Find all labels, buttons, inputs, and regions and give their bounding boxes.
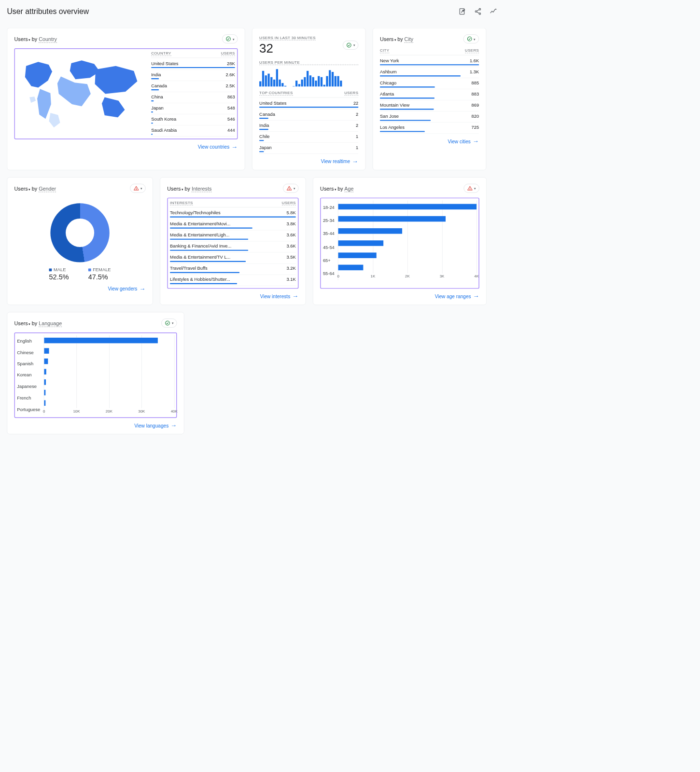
row-bar — [151, 134, 153, 135]
row-value: 883 — [472, 91, 479, 96]
card-city-title[interactable]: Users by City — [380, 36, 413, 42]
table-row[interactable]: Travel/Travel Buffs3.2K — [170, 263, 296, 275]
row-bar — [259, 151, 264, 152]
table-row[interactable]: Atlanta883 — [380, 89, 479, 100]
row-bar — [170, 228, 252, 229]
view-languages-link[interactable]: View languages→ — [14, 423, 177, 428]
card-language-title[interactable]: Users by Language — [14, 320, 62, 326]
world-map[interactable] — [17, 51, 146, 137]
card-age-title[interactable]: Users by Age — [320, 185, 353, 191]
quality-indicator[interactable]: ▾ — [161, 318, 177, 328]
table-row[interactable]: San Jose820 — [380, 111, 479, 123]
table-row[interactable]: China863 — [151, 92, 235, 103]
table-row[interactable]: Banking & Finance/Avid Inve...3.6K — [170, 241, 296, 252]
row-value: 1.6K — [470, 58, 479, 63]
table-row[interactable]: Media & Entertainment/Ligh...3.6K — [170, 230, 296, 241]
bar-label: Portuguese — [17, 407, 40, 412]
bar-label: Japanese — [17, 384, 40, 389]
quality-indicator[interactable]: ▾ — [130, 184, 145, 193]
card-interests-title[interactable]: Users by Interests — [167, 185, 211, 191]
arrow-right-icon: → — [232, 145, 238, 150]
view-genders-link[interactable]: View genders→ — [14, 286, 146, 292]
table-row[interactable]: Canada2.5K — [151, 81, 235, 92]
table-row[interactable]: Japan548 — [151, 103, 235, 114]
axis-tick: 0 — [337, 274, 339, 278]
bar-label: Chinese — [17, 350, 40, 355]
table-row[interactable]: Media & Entertainment/Movi...3.8K — [170, 219, 296, 230]
axis-tick: 0 — [43, 409, 45, 413]
row-bar — [380, 120, 431, 121]
row-bar — [380, 131, 425, 132]
view-ages-link[interactable]: View age ranges→ — [320, 293, 479, 299]
table-row[interactable]: United States22 — [259, 98, 358, 110]
table-row[interactable]: Los Angeles725 — [380, 123, 479, 134]
row-label: Los Angeles — [380, 124, 409, 130]
card-country-title[interactable]: Users by Country — [14, 36, 57, 42]
view-cities-link[interactable]: View cities→ — [380, 138, 479, 144]
row-label: Japan — [151, 105, 168, 110]
country-selected-area: COUNTRY USERS United States28KIndia2.6KC… — [14, 48, 238, 139]
table-row[interactable]: Canada2 — [259, 110, 358, 121]
row-bar — [259, 107, 358, 108]
col-users: USERS — [344, 91, 358, 96]
table-row[interactable]: South Korea546 — [151, 114, 235, 125]
col-top-countries: TOP COUNTRIES — [259, 91, 293, 96]
chevron-down-icon: ▾ — [233, 37, 235, 41]
card-realtime: USERS IN LAST 30 MINUTES 32 ▾ USERS PER … — [252, 28, 365, 170]
realtime-heading: USERS IN LAST 30 MINUTES 32 — [259, 34, 316, 55]
quality-indicator[interactable]: ▾ — [463, 34, 479, 43]
row-value: 2.5K — [225, 83, 235, 88]
table-row[interactable]: United States28K — [151, 59, 235, 70]
card-city: Users by City ▾ CITY USERS New York1.6KA… — [373, 28, 486, 170]
chart-bar — [44, 400, 45, 406]
row-bar — [380, 86, 435, 87]
card-gender-title[interactable]: Users by Gender — [14, 185, 56, 191]
row-value: 28K — [227, 61, 235, 66]
row-label: Travel/Travel Buffs — [170, 266, 211, 271]
svg-point-3 — [479, 13, 480, 14]
view-interests-link[interactable]: View interests→ — [167, 293, 298, 299]
view-realtime-link[interactable]: View realtime→ — [259, 159, 358, 165]
bar-label: Korean — [17, 372, 40, 378]
row-value: 1 — [356, 145, 358, 150]
table-row[interactable]: Ashburn1.3K — [380, 67, 479, 78]
svg-point-1 — [479, 8, 480, 10]
col-users: USERS — [221, 51, 235, 56]
table-row[interactable]: Lifestyles & Hobbies/Shutter...3.1K — [170, 275, 296, 286]
col-users: USERS — [465, 48, 479, 53]
row-bar — [259, 140, 264, 141]
row-label: San Jose — [380, 113, 403, 119]
page-title: User attributes overview — [7, 7, 89, 16]
quality-indicator[interactable]: ▾ — [463, 184, 479, 193]
table-row[interactable]: Saudi Arabia444 — [151, 125, 235, 137]
customize-report-icon[interactable] — [459, 8, 466, 15]
table-row[interactable]: Chicago885 — [380, 78, 479, 89]
row-label: Chile — [259, 134, 274, 139]
table-row[interactable]: Media & Entertainment/TV L...3.5K — [170, 252, 296, 263]
insights-icon[interactable] — [490, 8, 497, 15]
view-countries-link[interactable]: View countries→ — [14, 144, 238, 150]
bar-label: 35-44 — [323, 231, 335, 236]
table-row[interactable]: India2 — [259, 121, 358, 132]
bar-label: 55-64 — [323, 271, 335, 276]
share-icon[interactable] — [474, 8, 482, 15]
table-row[interactable]: Japan1 — [259, 143, 358, 154]
card-language: Users by Language ▾ EnglishChineseSpanis… — [7, 312, 184, 434]
table-row[interactable]: Mountain View869 — [380, 100, 479, 111]
row-label: Chicago — [380, 80, 401, 85]
legend-female: FEMALE 47.5% — [88, 267, 111, 281]
row-value: 548 — [227, 105, 235, 110]
table-row[interactable]: Technology/Technophiles5.8K — [170, 208, 296, 219]
chart-bar — [338, 204, 476, 209]
table-row[interactable]: New York1.6K — [380, 56, 479, 67]
legend-male: MALE 52.5% — [49, 267, 69, 281]
quality-indicator[interactable]: ▾ — [283, 184, 298, 193]
axis-tick: 2K — [405, 274, 410, 278]
chart-bar — [44, 379, 46, 385]
quality-indicator[interactable]: ▾ — [343, 41, 358, 50]
donut-chart — [50, 203, 109, 262]
row-label: United States — [151, 61, 182, 66]
quality-indicator[interactable]: ▾ — [222, 34, 238, 43]
table-row[interactable]: Chile1 — [259, 132, 358, 143]
table-row[interactable]: India2.6K — [151, 70, 235, 81]
